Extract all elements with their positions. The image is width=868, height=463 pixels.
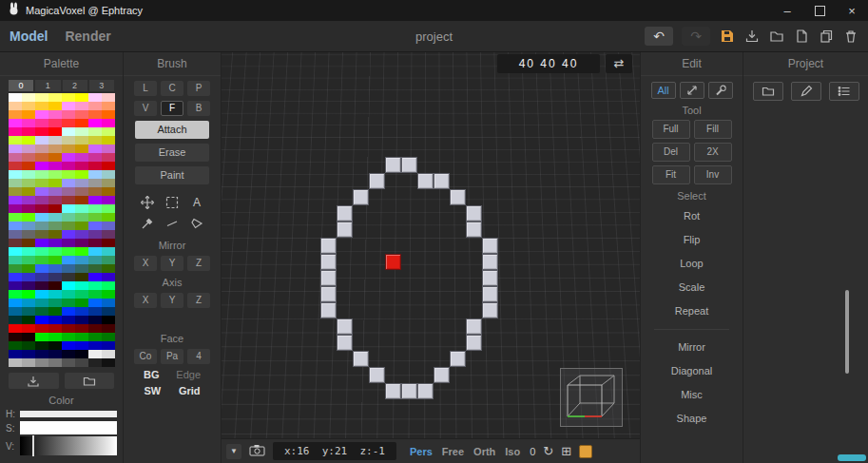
palette-color[interactable] <box>48 256 62 264</box>
model-size-field[interactable]: 40 40 40 <box>497 54 600 73</box>
palette-color[interactable] <box>9 110 22 119</box>
palette-color[interactable] <box>75 127 88 136</box>
voxel[interactable] <box>369 173 385 189</box>
viewport-3d[interactable]: 40 40 40 ⇄ ▼ x:16 y:2 <box>222 52 640 463</box>
palette-color[interactable] <box>35 307 48 316</box>
palette-color[interactable] <box>35 213 48 222</box>
palette-color[interactable] <box>35 281 48 290</box>
palette-color[interactable] <box>62 179 75 187</box>
palette-color[interactable] <box>62 307 75 316</box>
palette-color[interactable] <box>75 316 88 324</box>
edit-section-diagonal[interactable]: Diagonal <box>641 359 743 383</box>
voxel[interactable] <box>337 222 353 238</box>
palette-color[interactable] <box>88 341 102 350</box>
palette-color[interactable] <box>48 170 62 179</box>
palette-color[interactable] <box>88 273 102 281</box>
voxel[interactable] <box>466 205 482 222</box>
edit-section-loop[interactable]: Loop <box>641 252 743 276</box>
palette-color[interactable] <box>48 324 62 333</box>
palette-color[interactable] <box>88 196 102 204</box>
palette-color[interactable] <box>75 179 88 187</box>
edit-tool-fit[interactable]: Fit <box>652 165 690 184</box>
voxel[interactable] <box>369 367 385 383</box>
palette-color[interactable] <box>102 170 115 179</box>
palette-color[interactable] <box>62 110 75 119</box>
palette-color[interactable] <box>48 110 62 119</box>
palette-color[interactable] <box>35 102 48 110</box>
palette-color[interactable] <box>88 110 102 119</box>
palette-color[interactable] <box>22 281 35 290</box>
palette-color[interactable] <box>48 204 62 213</box>
palette-color[interactable] <box>9 136 22 145</box>
palette-color[interactable] <box>9 358 22 367</box>
palette-tab-1[interactable]: 1 <box>35 80 60 91</box>
palette-color[interactable] <box>35 333 48 341</box>
palette-color[interactable] <box>9 127 22 136</box>
palette-color[interactable] <box>102 127 115 136</box>
palette-color[interactable] <box>35 93 48 102</box>
palette-color[interactable] <box>75 136 88 145</box>
voxel[interactable] <box>482 286 498 302</box>
palette-color[interactable] <box>9 213 22 222</box>
palette-color[interactable] <box>48 307 62 316</box>
palette-color[interactable] <box>75 230 88 239</box>
camera-mode-free[interactable]: Free <box>442 446 464 457</box>
palette-color[interactable] <box>62 281 75 290</box>
orientation-cube[interactable] <box>560 368 623 427</box>
palette-color[interactable] <box>75 222 88 230</box>
palette-color[interactable] <box>88 127 102 136</box>
palette-color[interactable] <box>48 239 62 247</box>
voxel[interactable] <box>450 189 466 205</box>
edit-tool-inv[interactable]: Inv <box>694 165 732 184</box>
palette-color[interactable] <box>9 204 22 213</box>
voxel[interactable] <box>320 286 337 302</box>
palette-color[interactable] <box>62 93 75 102</box>
hue-slider[interactable] <box>20 411 117 417</box>
mirror-axis-y[interactable]: Y <box>161 256 183 271</box>
palette-color[interactable] <box>62 290 75 299</box>
palette-color[interactable] <box>75 299 88 307</box>
palette-color[interactable] <box>9 247 22 256</box>
palette-color[interactable] <box>62 127 75 136</box>
palette-color[interactable] <box>102 358 115 367</box>
palette-color[interactable] <box>48 281 62 290</box>
voxel[interactable] <box>466 335 482 351</box>
red-voxel[interactable] <box>385 254 401 270</box>
palette-color[interactable] <box>48 299 62 307</box>
palette-color[interactable] <box>102 119 115 127</box>
edit-section-scale[interactable]: Scale <box>641 276 743 299</box>
new-file-button[interactable] <box>793 29 809 45</box>
tab-render[interactable]: Render <box>65 29 110 44</box>
palette-color[interactable] <box>22 273 35 281</box>
palette-color[interactable] <box>88 358 102 367</box>
palette-color[interactable] <box>9 93 22 102</box>
edit-tool-fill[interactable]: Fill <box>694 120 732 139</box>
palette-color[interactable] <box>102 136 115 145</box>
palette-color[interactable] <box>62 264 75 273</box>
bg-toggle[interactable]: BG <box>144 369 160 380</box>
voxel[interactable] <box>385 383 401 399</box>
palette-color[interactable] <box>88 93 102 102</box>
palette-color[interactable] <box>75 333 88 341</box>
voxel[interactable] <box>337 205 353 222</box>
palette-color[interactable] <box>75 324 88 333</box>
undo-button[interactable]: ↶ <box>645 27 673 46</box>
palette-color[interactable] <box>35 170 48 179</box>
palette-color[interactable] <box>102 324 115 333</box>
palette-color[interactable] <box>48 213 62 222</box>
palette-color[interactable] <box>35 273 48 281</box>
palette-color[interactable] <box>75 93 88 102</box>
palette-color[interactable] <box>62 222 75 230</box>
palette-color[interactable] <box>9 333 22 341</box>
palette-color[interactable] <box>35 119 48 127</box>
palette-color[interactable] <box>75 281 88 290</box>
palette-color[interactable] <box>35 153 48 162</box>
palette-color[interactable] <box>22 93 35 102</box>
brush-mode-b[interactable]: B <box>187 101 210 116</box>
palette-color[interactable] <box>62 350 75 358</box>
palette-color[interactable] <box>9 290 22 299</box>
palette-color[interactable] <box>48 222 62 230</box>
palette-color[interactable] <box>22 179 35 187</box>
palette-color[interactable] <box>35 358 48 367</box>
palette-color[interactable] <box>22 153 35 162</box>
